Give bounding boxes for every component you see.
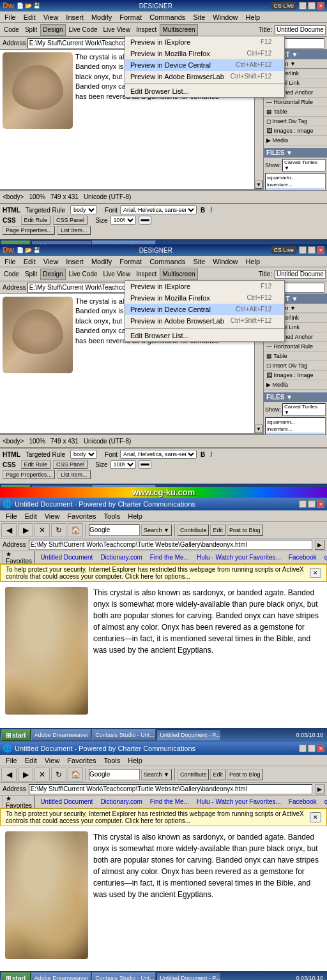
list-item-btn[interactable]: List Item... (57, 226, 91, 235)
menu-help-mid[interactable]: Help (242, 257, 263, 266)
preview-device-central[interactable]: Preview in Device Central Ctrl+Alt+F12 (125, 59, 284, 71)
panel-media[interactable]: ▶ Media (264, 136, 327, 145)
ie-forward-btn-mid[interactable]: ▶ (18, 768, 33, 782)
size-select[interactable]: 100% (110, 216, 136, 225)
menu-modify[interactable]: Modify (88, 13, 115, 22)
btn-design-mid[interactable]: Design (40, 269, 65, 280)
menu-help[interactable]: Help (242, 13, 263, 22)
list-item-btn-mid[interactable]: List Item... (57, 470, 91, 479)
menu-file[interactable]: File (1, 13, 19, 22)
dw-icon-new-mid[interactable]: 📄 (17, 247, 24, 253)
ie-post-btn-mid[interactable]: Post to Blog (227, 769, 263, 780)
fav-btn[interactable]: ★ Favorites (3, 551, 35, 564)
show-select[interactable]: Carved Turtles ▼ (282, 159, 326, 172)
file-item[interactable]: inventure... (266, 181, 324, 188)
fav-queen-mid[interactable]: queenlatiff's You... (322, 798, 327, 806)
btn-multiscreen-mid[interactable]: Multiscreen (160, 269, 197, 280)
font-select-mid[interactable]: Arial, Helvetica, sans-serif (120, 450, 197, 459)
start-button-3[interactable]: ⊞ start (1, 729, 31, 741)
btn-inspect[interactable]: Inspect (133, 24, 159, 36)
panel-image[interactable]: 🖼 Images : Image (264, 126, 327, 136)
taskbar-untitled-4[interactable]: Untitled Document - P... (156, 972, 220, 980)
preview-iexplore-mid[interactable]: Preview in IExplore F12 (125, 281, 284, 292)
ie-menu-edit-mid[interactable]: Edit (22, 756, 40, 765)
preview-iexplore[interactable]: Preview in IExplore F12 (125, 36, 284, 48)
btn-live-code[interactable]: Live Code (66, 24, 100, 36)
css-panel-btn-mid[interactable]: CSS Panel (53, 460, 87, 469)
edit-rule-btn[interactable]: Edit Rule (21, 216, 51, 225)
file-item-mid[interactable]: squamarin... (266, 419, 324, 426)
menu-edit[interactable]: Edit (20, 13, 39, 22)
taskbar-dw-3[interactable]: Adobe Dreamweaver (31, 729, 92, 741)
fav-find-me[interactable]: Find the Me... (148, 553, 192, 561)
start-button-4[interactable]: ⊞ start (1, 972, 31, 980)
ie-home-btn-mid[interactable]: 🏠 (68, 768, 83, 782)
panel-div-mid[interactable]: ◻ Insert Div Tag (264, 361, 327, 371)
ie-menu-view-mid[interactable]: View (42, 756, 63, 765)
menu-modify-mid[interactable]: Modify (88, 257, 115, 266)
ie-menu-favorites-mid[interactable]: Favorites (64, 756, 99, 765)
menu-insert-mid[interactable]: Insert (63, 257, 87, 266)
color-picker-mid[interactable] (139, 460, 151, 469)
security-close-top[interactable]: ✕ (310, 568, 321, 578)
ie-menu-help-mid[interactable]: Help (125, 756, 146, 765)
ie-contribute-btn[interactable]: Contribute (178, 524, 209, 536)
ie-menu-tools-mid[interactable]: Tools (101, 756, 124, 765)
italic-btn-mid[interactable]: I (210, 451, 212, 458)
ie-forward-btn[interactable]: ▶ (18, 523, 33, 537)
security-close-mid[interactable]: ✕ (310, 812, 321, 822)
ie-menu-edit[interactable]: Edit (22, 512, 40, 521)
color-picker[interactable] (139, 216, 151, 225)
ie-maximize-top[interactable]: □ (308, 500, 316, 508)
menu-site[interactable]: Site (190, 13, 208, 22)
taskbar-contasis-4[interactable]: Contasis Studio - Unt... (92, 972, 156, 980)
minimize-button-mid[interactable]: _ (299, 246, 307, 254)
menu-window-mid[interactable]: Window (209, 257, 241, 266)
menu-window[interactable]: Window (209, 13, 241, 22)
file-item-mid[interactable]: inventure... (266, 426, 324, 433)
menu-view-mid[interactable]: View (40, 257, 62, 266)
fav-facebook[interactable]: Facebook (286, 553, 319, 561)
ie-search-box[interactable] (89, 524, 140, 536)
file-item[interactable]: squamarin... (266, 174, 324, 181)
ie-back-btn[interactable]: ◀ (1, 523, 17, 537)
fav-facebook-mid[interactable]: Facebook (286, 798, 319, 806)
bold-btn-mid[interactable]: B (201, 451, 205, 458)
ie-post-btn[interactable]: Post to Blog (227, 524, 263, 536)
btn-live-view[interactable]: Live View (101, 24, 133, 36)
ie-menu-file-mid[interactable]: File (3, 756, 20, 765)
ie-refresh-btn-mid[interactable]: ↻ (51, 768, 66, 782)
file-item[interactable]: bandeocap... (266, 188, 324, 190)
menu-edit-mid[interactable]: Edit (20, 257, 39, 266)
targeted-rule-select[interactable]: body (70, 205, 97, 214)
file-item-mid[interactable]: bandeocap... (266, 433, 324, 434)
panel-table-mid[interactable]: ▦ Table (264, 352, 327, 361)
btn-code[interactable]: Code (1, 24, 22, 36)
btn-split[interactable]: Split (22, 24, 40, 36)
ie-search-btn-mid[interactable]: Search ▼ (141, 769, 172, 780)
dw-icon-new[interactable]: 📄 (17, 3, 24, 9)
preview-device-central-mid[interactable]: Preview in Device Central Ctrl+Alt+F12 (125, 304, 284, 315)
italic-btn[interactable]: I (210, 207, 212, 214)
preview-firefox[interactable]: Preview in Mozilla Firefox Ctrl+F12 (125, 48, 284, 59)
panel-div[interactable]: ◻ Insert Div Tag (264, 117, 327, 126)
edit-browser-list[interactable]: Edit Browser List... (125, 85, 284, 97)
preview-browserlab[interactable]: Preview in Adobe BrowserLab Ctrl+Shift+F… (125, 71, 284, 82)
ie-refresh-btn[interactable]: ↻ (51, 523, 66, 537)
ie-menu-file[interactable]: File (3, 512, 20, 521)
fav-queen[interactable]: queenlatiff's You... (322, 553, 327, 561)
font-select[interactable]: Arial, Helvetica, sans-serif (120, 205, 197, 214)
page-title-input[interactable] (275, 26, 326, 34)
ie-back-btn-mid[interactable]: ◀ (1, 768, 17, 782)
preview-browserlab-mid[interactable]: Preview in Adobe BrowserLab Ctrl+Shift+F… (125, 315, 284, 327)
dw-cs-live[interactable]: CS Live (271, 2, 296, 10)
menu-format[interactable]: Format (116, 13, 145, 22)
page-props-btn-mid[interactable]: Page Properties... (3, 470, 55, 479)
close-button-mid[interactable]: ✕ (317, 246, 324, 254)
btn-split-mid[interactable]: Split (22, 269, 40, 280)
menu-format-mid[interactable]: Format (116, 257, 145, 266)
fav-untitled[interactable]: Untitled Document (38, 553, 95, 561)
ie-go-btn[interactable]: ▶ (315, 540, 324, 550)
btn-design[interactable]: Design (40, 24, 65, 36)
ie-close-top[interactable]: ✕ (317, 500, 324, 508)
